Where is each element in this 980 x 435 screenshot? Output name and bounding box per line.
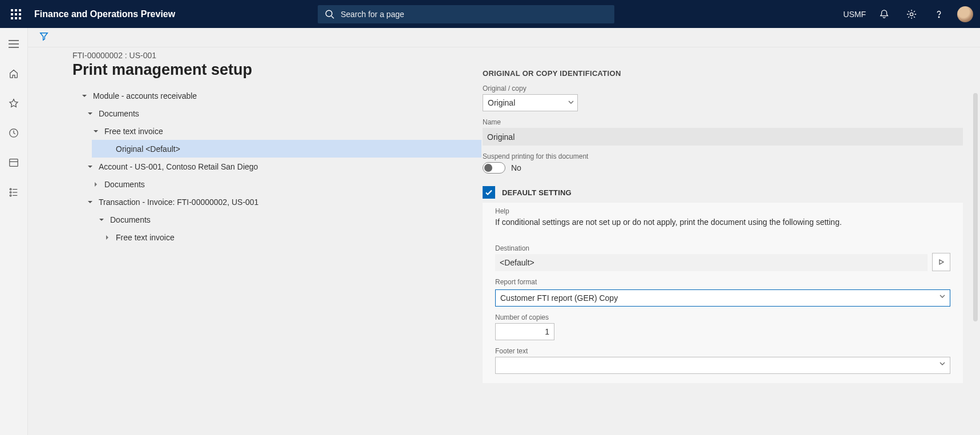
tree-node-free-text-invoice[interactable]: Free text invoice (72, 122, 481, 140)
label-name: Name (483, 118, 963, 126)
caret-down-icon (86, 163, 94, 171)
tree-node-free-text-invoice-2[interactable]: Free text invoice (72, 228, 481, 246)
label-suspend: Suspend printing for this document (483, 152, 963, 160)
nav-workspaces-icon[interactable] (5, 154, 23, 172)
search-icon (325, 9, 335, 19)
svg-point-20 (10, 192, 11, 194)
nav-favorites-icon[interactable] (5, 94, 23, 112)
app-title: Finance and Operations Preview (34, 9, 175, 19)
destination-dialog-button[interactable] (932, 253, 950, 271)
svg-rect-17 (10, 159, 18, 167)
footer-text-select[interactable] (495, 357, 950, 374)
search-placeholder: Search for a page (341, 10, 404, 19)
svg-point-19 (10, 188, 11, 190)
app-header: Finance and Operations Preview Search fo… (0, 0, 980, 28)
company-code[interactable]: USMF (843, 10, 866, 19)
global-search[interactable]: Search for a page (318, 5, 614, 23)
default-setting-checkbox[interactable] (483, 186, 495, 199)
nav-rail (0, 28, 28, 435)
report-format-select[interactable] (495, 289, 950, 307)
settings-gear-icon[interactable] (902, 5, 921, 23)
label-destination: Destination (495, 244, 928, 252)
destination-readonly: <Default> (495, 254, 928, 271)
caret-down-icon (80, 92, 88, 100)
svg-rect-5 (19, 13, 21, 15)
default-setting-block: Help If conditional settings are not set… (483, 202, 963, 383)
scrollbar-thumb[interactable] (973, 93, 978, 321)
svg-rect-7 (15, 17, 17, 19)
label-number-of-copies: Number of copies (495, 313, 950, 321)
filter-icon[interactable] (39, 32, 48, 43)
label-report-format: Report format (495, 278, 950, 286)
svg-line-10 (331, 16, 334, 18)
help-text: If conditional settings are not set up o… (495, 217, 950, 228)
svg-rect-0 (11, 9, 13, 11)
svg-rect-8 (19, 17, 21, 19)
caret-down-icon (86, 110, 94, 118)
tree-node-documents-2[interactable]: Documents (72, 175, 481, 193)
caret-down-icon (86, 198, 94, 206)
svg-rect-2 (19, 9, 21, 11)
suspend-toggle[interactable] (483, 162, 505, 174)
svg-rect-4 (15, 13, 17, 15)
nav-collapse-icon[interactable] (5, 35, 23, 53)
original-copy-select[interactable] (483, 94, 578, 111)
svg-rect-6 (11, 17, 13, 19)
caret-down-icon (92, 127, 100, 135)
suspend-toggle-text: No (511, 163, 521, 172)
waffle-launcher-icon[interactable] (5, 3, 27, 26)
nav-home-icon[interactable] (5, 65, 23, 83)
label-help: Help (495, 207, 950, 215)
caret-right-icon (103, 233, 111, 241)
name-readonly: Original (483, 128, 963, 146)
print-mgmt-tree: Module - accounts receivable Documents F… (72, 87, 481, 246)
caret-down-icon (98, 216, 106, 224)
svg-point-9 (326, 10, 332, 17)
svg-rect-1 (15, 9, 17, 11)
tree-node-documents[interactable]: Documents (72, 104, 481, 122)
tree-node-documents-3[interactable]: Documents (72, 211, 481, 228)
number-of-copies-input[interactable] (495, 323, 554, 340)
section-title-origcopy: ORIGINAL OR COPY IDENTIFICATION (483, 69, 963, 78)
tree-node-account[interactable]: Account - US-001, Contoso Retail San Die… (72, 158, 481, 175)
nav-recent-icon[interactable] (5, 124, 23, 142)
user-avatar[interactable] (957, 6, 973, 22)
svg-point-12 (938, 17, 939, 17)
label-footer-text: Footer text (495, 347, 950, 355)
tree-node-original-default[interactable]: Original <Default> (92, 140, 481, 158)
caret-right-icon (92, 180, 100, 188)
tree-node-module[interactable]: Module - accounts receivable (72, 87, 481, 104)
help-icon[interactable] (930, 5, 948, 23)
label-original-copy: Original / copy (483, 84, 963, 92)
breadcrumb: FTI-00000002 : US-001 (72, 51, 481, 60)
page-title: Print management setup (72, 61, 481, 79)
tree-node-transaction[interactable]: Transaction - Invoice: FTI-00000002, US-… (72, 193, 481, 211)
svg-point-21 (10, 195, 11, 196)
svg-rect-3 (11, 13, 13, 15)
notifications-icon[interactable] (875, 5, 893, 23)
svg-point-11 (910, 13, 913, 15)
default-setting-label: DEFAULT SETTING (502, 188, 572, 197)
nav-modules-icon[interactable] (5, 183, 23, 202)
